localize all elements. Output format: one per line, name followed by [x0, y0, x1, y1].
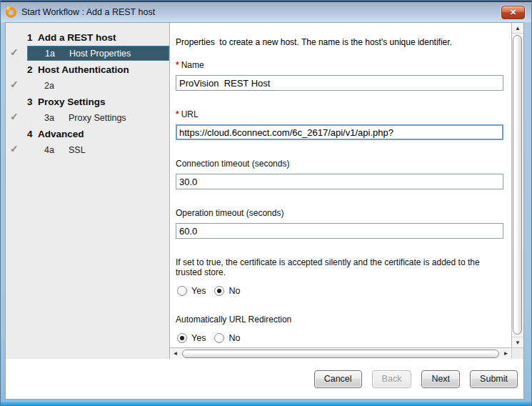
cert-accept-yes-radio[interactable] [177, 286, 187, 296]
horizontal-scrollbar-thumb[interactable] [182, 350, 499, 358]
step-header-2: 2 Host Authentication [6, 64, 169, 75]
check-icon: ✓ [10, 143, 24, 154]
step-number: 1 [27, 32, 38, 43]
name-input[interactable] [176, 75, 503, 91]
close-button[interactable]: ✕ [501, 6, 525, 19]
step-title: Host Authentication [38, 64, 129, 75]
cancel-button[interactable]: Cancel [314, 370, 362, 388]
step-sub-id: 4a [44, 145, 69, 155]
cert-accept-no-label: No [229, 286, 240, 296]
scroll-down-button[interactable]: ▼ [512, 337, 523, 347]
required-asterisk: * [176, 109, 179, 119]
step-title: Advanced [38, 129, 84, 139]
dialog-footer: Cancel Back Next Submit [6, 359, 523, 399]
step-title: Add a REST host [38, 32, 116, 43]
scroll-right-button[interactable]: ► [501, 348, 511, 359]
url-redirect-no-radio[interactable] [214, 333, 224, 343]
connection-timeout-label: Connection timeout (seconds) [176, 159, 507, 169]
scrollbar-corner [511, 347, 523, 359]
connection-timeout-input[interactable] [176, 174, 503, 189]
name-label: *Name [176, 60, 507, 70]
arrow-down-icon: ▼ [515, 340, 521, 346]
horizontal-scrollbar[interactable]: ◄ ► [170, 347, 511, 359]
form-scroll-pane: Properties to create a new host. The nam… [170, 23, 523, 359]
arrow-up-icon: ▲ [515, 25, 521, 31]
cert-accept-radio-group: Yes No [177, 286, 507, 296]
check-icon: ✓ [10, 46, 24, 58]
step-header-1: 1 Add a REST host [6, 32, 169, 43]
window-title: Start Workflow : Add a REST host [21, 7, 155, 17]
sidebar-step-2a[interactable]: ✓ 2a [6, 78, 169, 93]
step-sub-label: Proxy Settings [69, 113, 126, 123]
check-icon: ✓ [10, 111, 24, 122]
vertical-scrollbar-thumb[interactable] [513, 35, 522, 335]
scroll-left-button[interactable]: ◄ [170, 348, 181, 359]
step-number: 4 [27, 129, 38, 139]
url-redirect-yes-radio[interactable] [177, 333, 187, 343]
step-sub-id: 3a [44, 113, 69, 123]
url-redirect-label: Automatically URL Redirection [176, 315, 507, 325]
step-sub-id: 2a [44, 81, 69, 91]
cert-accept-yes-label: Yes [191, 286, 206, 296]
step-sub-id: 1a [45, 49, 69, 59]
next-button[interactable]: Next [421, 370, 460, 388]
url-redirect-yes-label: Yes [191, 333, 206, 343]
url-input[interactable] [176, 124, 503, 140]
check-icon: ✓ [10, 79, 24, 90]
step-header-3: 3 Proxy Settings [6, 96, 169, 107]
operation-timeout-input[interactable] [176, 223, 503, 239]
url-redirect-no-label: No [229, 333, 240, 343]
step-title: Proxy Settings [38, 96, 106, 107]
sidebar-step-3a-proxy-settings[interactable]: ✓ 3a Proxy Settings [6, 110, 169, 125]
workflow-steps-sidebar: 1 Add a REST host ✓ 1a Host Properties 2… [6, 23, 170, 359]
vertical-scrollbar[interactable]: ▲ ▼ [511, 23, 523, 347]
operation-timeout-label: Operation timeout (seconds) [176, 208, 507, 218]
close-icon: ✕ [510, 8, 516, 17]
step-header-4: 4 Advanced [6, 129, 169, 139]
arrow-left-icon: ◄ [173, 350, 179, 357]
scroll-up-button[interactable]: ▲ [512, 23, 523, 34]
url-label: *URL [176, 109, 507, 119]
back-button: Back [372, 370, 412, 388]
host-properties-form: Properties to create a new host. The nam… [170, 23, 511, 347]
url-redirect-radio-group: Yes No [177, 333, 507, 343]
sidebar-step-1a-host-properties[interactable]: ✓ 1a Host Properties [6, 46, 169, 61]
step-sub-label: SSL [69, 145, 86, 155]
orchestrator-ring-icon [6, 7, 16, 18]
titlebar: Start Workflow : Add a REST host ✕ [1, 1, 531, 22]
step-sub-label: Host Properties [69, 49, 131, 59]
step-number: 2 [27, 64, 38, 75]
start-workflow-dialog: Start Workflow : Add a REST host ✕ 1 Add… [0, 0, 532, 406]
form-description: Properties to create a new host. The nam… [176, 37, 507, 47]
submit-button[interactable]: Submit [470, 370, 518, 388]
required-asterisk: * [176, 60, 179, 70]
cert-accept-label: If set to true, the certificate is accep… [176, 257, 507, 277]
sidebar-step-4a-ssl[interactable]: ✓ 4a SSL [6, 142, 169, 157]
dialog-content: 1 Add a REST host ✓ 1a Host Properties 2… [5, 22, 524, 400]
arrow-right-icon: ► [503, 350, 509, 357]
step-number: 3 [27, 96, 38, 107]
cert-accept-no-radio[interactable] [214, 286, 224, 296]
